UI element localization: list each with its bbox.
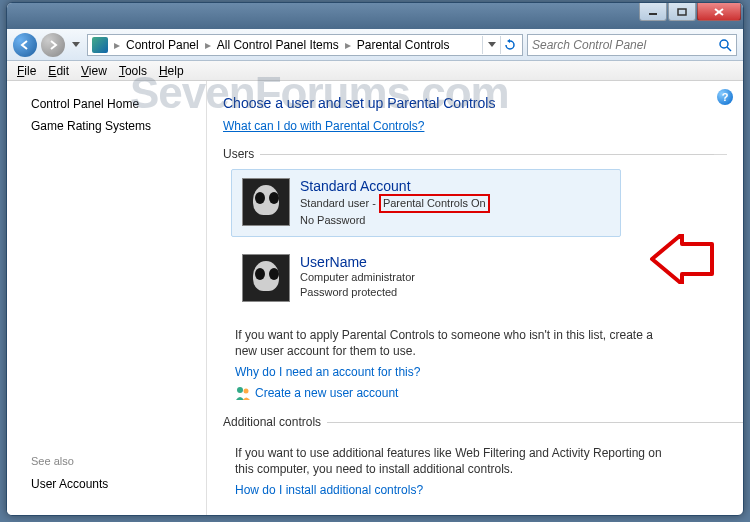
svg-point-7 bbox=[244, 389, 249, 394]
intro-link[interactable]: What can I do with Parental Controls? bbox=[223, 119, 424, 133]
history-dropdown-icon[interactable] bbox=[69, 35, 83, 55]
chevron-right-icon: ▸ bbox=[343, 38, 353, 52]
users-legend: Users bbox=[223, 147, 254, 161]
see-also-label: See also bbox=[31, 455, 182, 467]
svg-rect-1 bbox=[678, 9, 686, 15]
user-card-username[interactable]: UserName Computer administrator Password… bbox=[231, 245, 621, 311]
user-password: No Password bbox=[300, 213, 490, 228]
refresh-icon[interactable] bbox=[500, 36, 518, 54]
user-password: Password protected bbox=[300, 285, 415, 300]
svg-point-6 bbox=[237, 387, 243, 393]
install-controls-link[interactable]: How do I install additional controls? bbox=[235, 483, 423, 497]
user-detail: Computer administrator bbox=[300, 270, 415, 285]
why-account-link[interactable]: Why do I need an account for this? bbox=[235, 365, 420, 379]
people-icon bbox=[235, 385, 251, 401]
note-text: If you want to apply Parental Controls t… bbox=[235, 327, 665, 359]
control-panel-icon bbox=[92, 37, 108, 53]
breadcrumb-all-items[interactable]: All Control Panel Items bbox=[215, 38, 341, 52]
user-detail: Standard user - Parental Controls On bbox=[300, 194, 490, 213]
back-button[interactable] bbox=[13, 33, 37, 57]
address-bar[interactable]: ▸ Control Panel ▸ All Control Panel Item… bbox=[87, 34, 523, 56]
breadcrumb-parental-controls[interactable]: Parental Controls bbox=[355, 38, 452, 52]
chevron-right-icon: ▸ bbox=[203, 38, 213, 52]
chevron-right-icon: ▸ bbox=[112, 38, 122, 52]
breadcrumb-control-panel[interactable]: Control Panel bbox=[124, 38, 201, 52]
menu-tools[interactable]: Tools bbox=[115, 62, 151, 80]
window: ▸ Control Panel ▸ All Control Panel Item… bbox=[6, 2, 744, 516]
parental-status-highlight: Parental Controls On bbox=[379, 194, 490, 213]
help-icon[interactable]: ? bbox=[717, 89, 733, 105]
create-account-link[interactable]: Create a new user account bbox=[255, 386, 398, 400]
svg-point-4 bbox=[720, 40, 728, 48]
page-title: Choose a user and set up Parental Contro… bbox=[223, 95, 727, 111]
search-icon[interactable] bbox=[718, 38, 732, 52]
user-name: UserName bbox=[300, 254, 415, 270]
menu-file[interactable]: File bbox=[13, 62, 40, 80]
body-area: Control Panel Home Game Rating Systems S… bbox=[7, 81, 743, 515]
content-area: ? Choose a user and set up Parental Cont… bbox=[207, 81, 743, 515]
avatar bbox=[242, 178, 290, 226]
sidebar-item-game-rating[interactable]: Game Rating Systems bbox=[19, 115, 194, 137]
sidebar: Control Panel Home Game Rating Systems S… bbox=[7, 81, 207, 515]
minimize-button[interactable] bbox=[639, 3, 667, 21]
user-card-standard[interactable]: Standard Account Standard user - Parenta… bbox=[231, 169, 621, 237]
additional-legend: Additional controls bbox=[223, 415, 321, 429]
user-name: Standard Account bbox=[300, 178, 490, 194]
close-button[interactable] bbox=[697, 3, 741, 21]
menu-view[interactable]: View bbox=[77, 62, 111, 80]
menu-edit[interactable]: Edit bbox=[44, 62, 73, 80]
search-input[interactable] bbox=[532, 38, 718, 52]
forward-button[interactable] bbox=[41, 33, 65, 57]
svg-line-5 bbox=[727, 47, 731, 51]
titlebar bbox=[7, 3, 743, 29]
maximize-button[interactable] bbox=[668, 3, 696, 21]
address-dropdown-icon[interactable] bbox=[482, 36, 500, 54]
search-box[interactable] bbox=[527, 34, 737, 56]
sidebar-item-home[interactable]: Control Panel Home bbox=[19, 93, 194, 115]
note-text: If you want to use additional features l… bbox=[235, 445, 665, 477]
menu-help[interactable]: Help bbox=[155, 62, 188, 80]
avatar bbox=[242, 254, 290, 302]
navbar: ▸ Control Panel ▸ All Control Panel Item… bbox=[7, 29, 743, 61]
menu-bar: File Edit View Tools Help bbox=[7, 61, 743, 81]
sidebar-item-user-accounts[interactable]: User Accounts bbox=[31, 473, 182, 495]
